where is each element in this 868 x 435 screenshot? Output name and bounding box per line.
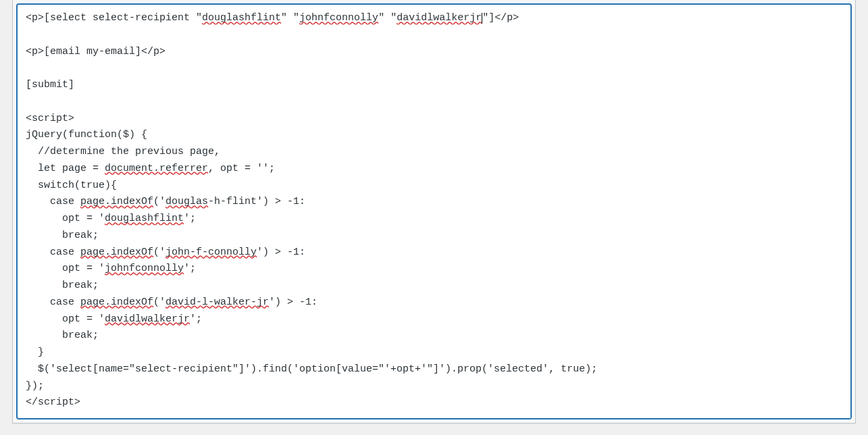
code-line: <p>[select select-recipient "douglashfli… [26, 12, 519, 24]
code-line: $('select[name="select-recipient"]').fin… [26, 363, 597, 375]
code-line: break; [26, 230, 99, 241]
code-line: break; [26, 280, 99, 291]
code-line: switch(true){ [26, 180, 117, 191]
code-line: </script> [26, 396, 80, 408]
form-code-textarea[interactable]: <p>[select select-recipient "douglashfli… [17, 4, 851, 419]
code-line: case page.indexOf('david-l-walker-jr') >… [26, 297, 317, 308]
code-line: } [26, 347, 44, 358]
code-line: }); [26, 380, 44, 392]
code-line: [submit] [26, 79, 74, 91]
page-wrapper: <p>[select select-recipient "douglashfli… [0, 0, 868, 435]
code-line: opt = 'douglashflint'; [26, 213, 196, 224]
code-line: break; [26, 330, 99, 341]
code-line: opt = 'johnfconnolly'; [26, 263, 196, 274]
code-line: jQuery(function($) { [26, 129, 147, 140]
code-line: case page.indexOf('john-f-connolly') > -… [26, 247, 305, 258]
code-line: <script> [26, 113, 74, 124]
code-line: case page.indexOf('douglas-h-flint') > -… [26, 196, 305, 207]
code-line: <p>[email my-email]</p> [26, 46, 165, 57]
editor-panel: <p>[select select-recipient "douglashfli… [12, 0, 856, 424]
code-line: let page = document.referrer, opt = ''; [26, 163, 275, 174]
code-line: //determine the previous page, [26, 146, 220, 157]
code-line: opt = 'davidlwalkerjr'; [26, 313, 202, 325]
